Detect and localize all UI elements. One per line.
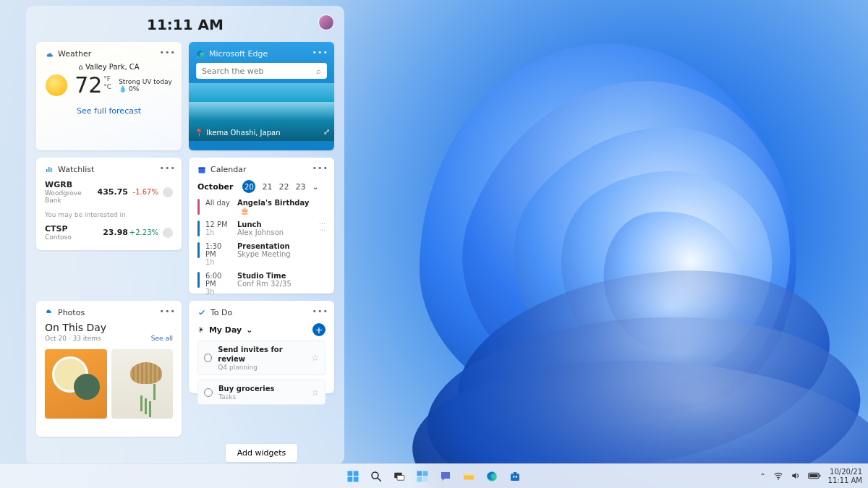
user-avatar[interactable] [318,14,334,30]
calendar-more-button[interactable]: ••• [312,163,328,173]
todo-checkbox[interactable] [204,388,213,397]
photos-heading: On This Day [45,322,173,333]
watchlist-more-button[interactable]: ••• [160,163,176,173]
home-icon: ⌂ [78,63,82,71]
calendar-event[interactable]: 1:30 PM1hPresentationSkype Meeting [197,242,326,266]
svg-rect-22 [819,474,820,476]
photos-sub: Oct 20 · 33 items [45,335,101,342]
watchlist-widget[interactable]: Watchlist ••• WGRBWoodgrove Bank435.75-1… [36,158,182,250]
photos-title: Photos [58,308,85,317]
taskbar-datetime[interactable]: 10/20/2111:11 AM [828,468,862,484]
svg-rect-10 [397,475,404,480]
svg-point-20 [778,478,779,479]
event-color-bar [197,221,200,236]
see-forecast-link[interactable]: See full forecast [45,106,173,116]
svg-rect-5 [348,476,353,481]
watchlist-title: Watchlist [58,165,94,174]
edge-button[interactable] [484,468,500,484]
svg-rect-2 [199,167,205,168]
watchlist-row[interactable]: WGRBWoodgrove Bank435.75-1.67% [45,180,173,204]
calendar-day[interactable]: 21 [262,182,272,192]
todo-add-button[interactable]: + [312,323,326,336]
sparkline-icon [163,228,173,238]
todo-list-name[interactable]: My Day [209,325,242,335]
weather-uv: Strong UV today [119,78,172,85]
todo-item[interactable]: Send invites for reviewQ4 planning☆ [197,341,326,375]
taskbar: ⌃ 10/20/2111:11 AM [0,463,868,488]
wifi-icon[interactable] [773,471,783,482]
calendar-day-selected[interactable]: 20 [242,180,255,193]
event-more-icon[interactable]: ⋮⋮ [319,221,326,234]
calendar-date-row: October 20 21 22 23 ⌄ [197,180,326,193]
todo-more-button[interactable]: ••• [312,307,328,316]
widgets-button[interactable] [414,468,430,484]
weather-more-button[interactable]: ••• [160,48,176,57]
task-view-button[interactable] [391,468,407,484]
svg-rect-6 [354,476,359,481]
calendar-event[interactable]: 6:00 PM3hStudio TimeConf Rm 32/35 [197,272,326,296]
calendar-day[interactable]: 23 [295,182,305,192]
sun-icon: ☀ [197,325,205,335]
sun-icon [46,74,67,96]
chat-button[interactable] [438,468,454,484]
svg-rect-18 [513,476,514,477]
todo-checkbox[interactable] [204,354,212,362]
widgets-clock: 11:11 AM [147,16,224,33]
todo-icon [197,309,206,317]
battery-icon[interactable] [808,472,821,481]
calendar-widget[interactable]: Calendar ••• October 20 21 22 23 ⌄ All d… [189,158,334,294]
todo-title: To Do [210,308,232,317]
search-icon: ⌕ [316,67,321,76]
photos-see-all-link[interactable]: See all [151,335,173,342]
svg-rect-3 [348,471,353,476]
svg-rect-16 [511,474,519,481]
photo-thumbnail[interactable] [111,349,174,419]
edge-caption: Ikema Ohashi, Japan [206,129,281,137]
svg-rect-11 [417,471,422,476]
event-color-bar [197,199,200,215]
weather-location: Valley Park, CA [85,63,140,71]
svg-rect-17 [514,472,517,474]
todo-widget[interactable]: To Do ••• ☀My Day⌄ + Send invites for re… [189,301,334,393]
calendar-event[interactable]: 12 PM1hLunchAlex Johnson⋮⋮ [197,221,326,236]
svg-rect-19 [516,476,517,477]
chevron-down-icon[interactable]: ⌄ [246,325,252,335]
chevron-down-icon[interactable]: ⌄ [312,182,318,192]
weather-title: Weather [58,49,91,59]
star-icon[interactable]: ☆ [311,388,319,398]
expand-icon[interactable]: ⤢ [323,127,330,137]
sound-icon[interactable] [791,471,801,482]
event-color-bar [197,242,200,258]
watchlist-row[interactable]: CTSPContoso23.98+2.23% [45,224,173,241]
edge-widget[interactable]: Microsoft Edge ••• Search the web⌕ 📍Ikem… [189,42,334,150]
store-button[interactable] [507,468,523,484]
calendar-event[interactable]: All dayAngela's Birthday🎂 [197,199,326,215]
todo-item[interactable]: Buy groceriesTasks☆ [197,380,326,405]
photo-thumbnail[interactable] [45,349,107,419]
location-pin-icon: 📍 [195,129,203,137]
start-button[interactable] [345,468,361,484]
weather-icon [45,50,54,59]
edge-search-input[interactable]: Search the web⌕ [196,63,327,79]
edge-more-button[interactable]: ••• [312,48,328,57]
photos-more-button[interactable]: ••• [160,307,176,316]
calendar-day[interactable]: 22 [278,182,289,192]
search-button[interactable] [368,468,384,484]
wallpaper-bloom [318,0,868,463]
watchlist-suggestion-label: You may be interested in [45,211,173,218]
calendar-title: Calendar [210,165,246,174]
svg-rect-4 [354,471,359,476]
star-icon[interactable]: ☆ [311,353,319,363]
svg-rect-14 [423,476,428,481]
edge-icon [196,50,205,59]
widgets-panel: 11:11 AM Weather ••• ⌂ Valley Park, CA 7… [26,6,344,464]
file-explorer-button[interactable] [461,468,477,484]
weather-temp: 72 [75,72,102,98]
photos-widget[interactable]: Photos ••• On This Day Oct 20 · 33 items… [36,301,182,437]
calendar-month: October [197,182,233,192]
add-widgets-button[interactable]: Add widgets [226,444,298,462]
svg-line-8 [378,478,381,481]
weather-widget[interactable]: Weather ••• ⌂ Valley Park, CA 72°F°C Str… [36,42,182,150]
tray-chevron-icon[interactable]: ⌃ [760,472,765,480]
event-color-bar [197,272,200,288]
